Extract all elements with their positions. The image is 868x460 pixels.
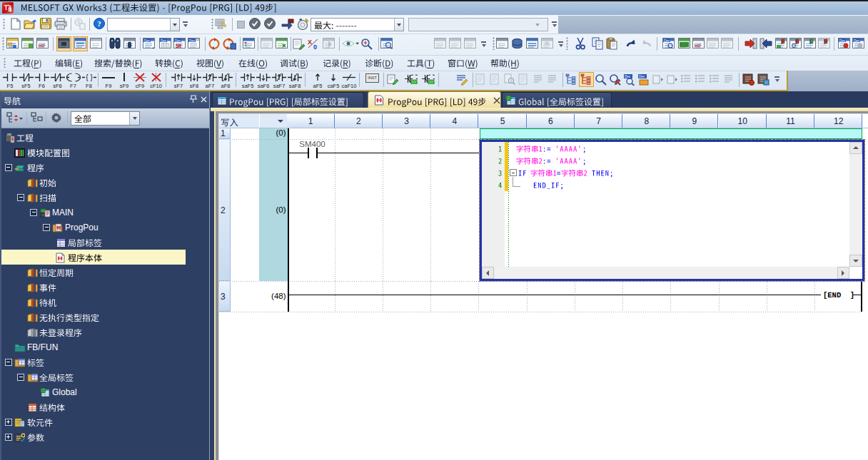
svg-text:5R: 5R (176, 44, 182, 48)
svg-text:{ }: { } (86, 73, 93, 81)
svg-text:Dev: Dev (639, 75, 645, 78)
svg-text:Dev: Dev (144, 39, 151, 43)
svg-text:Dev: Dev (161, 39, 167, 43)
svg-text:Dev: Dev (664, 39, 670, 43)
svg-text:X: X (308, 39, 312, 46)
svg-text:Dev: Dev (625, 75, 631, 78)
svg-text:0: 0 (313, 44, 317, 50)
svg-text:HG: HG (695, 44, 701, 48)
svg-text:Dev: Dev (175, 39, 181, 43)
svg-text:HG: HG (39, 44, 45, 48)
svg-text:?: ? (97, 19, 101, 28)
svg-text:Dev: Dev (854, 39, 860, 43)
svg-text:Dev: Dev (839, 39, 846, 43)
svg-text:Dev: Dev (189, 39, 196, 43)
